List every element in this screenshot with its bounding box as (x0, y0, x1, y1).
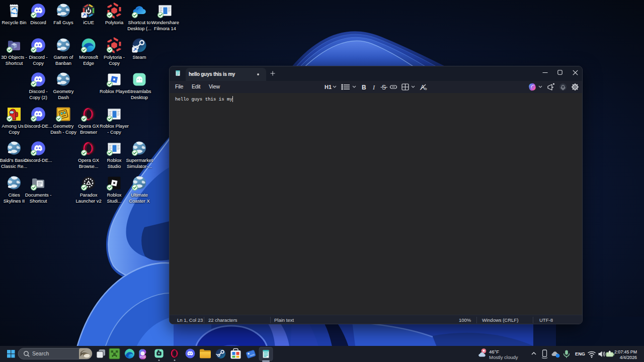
svg-text:PION: PION (140, 356, 145, 358)
svg-text:Search: Search (32, 350, 49, 356)
svg-text:46°F: 46°F (489, 349, 499, 354)
svg-text:2:07:45 PM: 2:07:45 PM (614, 349, 637, 354)
svg-text:I: I (372, 84, 375, 91)
svg-text:B: B (362, 84, 366, 91)
svg-text:H1: H1 (325, 84, 332, 90)
svg-text:ENG: ENG (575, 351, 585, 356)
svg-text:4/4/2026: 4/4/2026 (620, 355, 637, 360)
svg-text:b: b (425, 86, 427, 91)
svg-text:Mostly cloudy: Mostly cloudy (489, 354, 518, 360)
